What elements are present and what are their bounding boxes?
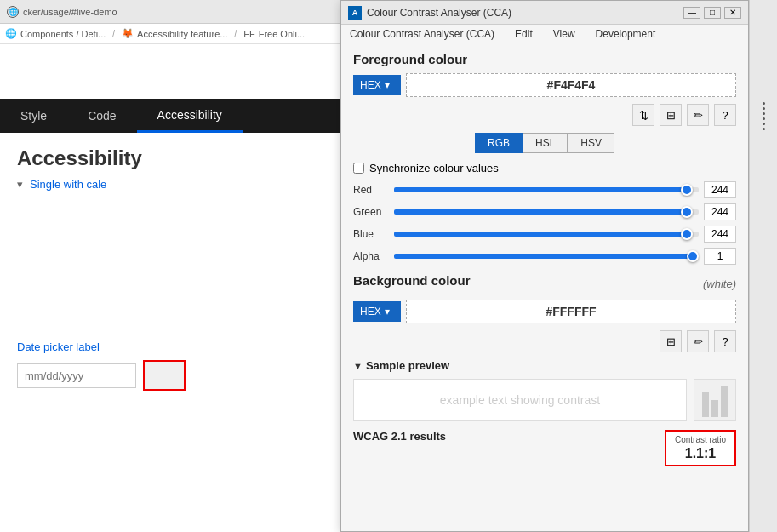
chevron-down-icon: ▾ [385, 79, 390, 91]
bg-hex-dropdown[interactable]: HEX ▾ [353, 301, 401, 322]
help-icon[interactable]: ? [714, 104, 736, 126]
tab-url: cker/usage/#live-demo [23, 7, 117, 17]
slider-green-label: Green [353, 206, 389, 218]
slider-blue-track[interactable] [394, 232, 699, 237]
tab-style-label: Style [20, 109, 47, 123]
breadcrumb-label-2: Accessibility feature... [137, 29, 227, 39]
breadcrumb-sep-2: / [234, 29, 237, 38]
bg-sliders-icon[interactable]: ⊞ [660, 330, 682, 352]
close-button[interactable]: ✕ [724, 7, 741, 19]
datepicker-calendar-box[interactable] [143, 360, 186, 391]
tab-accessibility[interactable]: Accessibility [137, 99, 243, 133]
webpage-background: 🌐 cker/usage/#live-demo 🌐 Components / D… [0, 0, 340, 532]
triangle-icon: ▼ [353, 361, 363, 371]
tab-accessibility-label: Accessibility [157, 108, 222, 122]
breadcrumb-item-2[interactable]: 🦊 Accessibility feature... [122, 28, 227, 39]
tab-code-label: Code [88, 109, 116, 123]
nav-tabs: Style Code Accessibility [0, 99, 340, 133]
slider-alpha-thumb[interactable] [687, 250, 699, 262]
breadcrumb-label-1: Components / Defi... [20, 29, 106, 39]
wcag-title: WCAG 2.1 results [353, 430, 446, 443]
bg-hex-input[interactable] [406, 300, 736, 323]
bg-color-input-row: HEX ▾ [353, 300, 736, 323]
fg-hex-input[interactable] [406, 73, 736, 97]
chevron-down-icon: ▾ [17, 178, 23, 191]
dropdown-value[interactable]: Single with cale [30, 178, 106, 191]
tab-hsl[interactable]: HSL [523, 133, 568, 153]
color-mode-tabs: RGB HSL HSV [353, 133, 736, 153]
minimize-button[interactable]: — [683, 7, 700, 19]
eyedropper-icon[interactable]: ✏ [687, 104, 709, 126]
swap-icon[interactable]: ⇅ [632, 104, 654, 126]
bg-white-label: (white) [703, 277, 736, 290]
sync-label: Synchronize colour values [369, 162, 499, 174]
slider-green-thumb[interactable] [681, 206, 693, 218]
bg-hex-label: HEX [360, 306, 381, 317]
datepicker-area: Date picker label [0, 323, 340, 408]
fg-hex-dropdown[interactable]: HEX ▾ [353, 75, 401, 95]
foreground-section-title: Foreground colour [353, 52, 736, 66]
dropdown-row: ▾ Single with cale [0, 170, 340, 197]
wcag-section: WCAG 2.1 results Contrast ratio 1.1:1 [353, 430, 736, 466]
breadcrumb-item-1[interactable]: 🌐 Components / Defi... [5, 28, 106, 39]
fg-icon-row: ⇅ ⊞ ✏ ? [353, 104, 736, 126]
bg-title-row: Background colour (white) [353, 273, 736, 295]
slider-red-thumb[interactable] [681, 184, 693, 196]
datepicker-label: Date picker label [17, 340, 323, 353]
firefox-icon: 🦊 [122, 28, 134, 39]
menu-cca[interactable]: Colour Contrast Analyser (CCA) [345, 26, 500, 42]
slider-red-label: Red [353, 184, 389, 196]
slider-green: Green [353, 203, 736, 220]
breadcrumb-sep: / [112, 29, 115, 38]
cca-logo-icon: A [348, 6, 362, 20]
menu-view[interactable]: View [548, 26, 580, 42]
sync-checkbox[interactable] [353, 163, 364, 174]
sample-title-label: Sample preview [366, 359, 449, 372]
sliders-icon[interactable]: ⊞ [660, 104, 682, 126]
sample-text-box: example text showing contrast [353, 379, 687, 421]
globe-icon: 🌐 [7, 6, 19, 18]
slider-blue-label: Blue [353, 228, 389, 240]
accessibility-title: Accessibility [17, 146, 142, 169]
slider-alpha-track[interactable] [394, 254, 699, 259]
cca-menubar: Colour Contrast Analyser (CCA) Edit View… [341, 25, 748, 43]
tab-code[interactable]: Code [67, 99, 136, 133]
tab-style[interactable]: Style [0, 99, 67, 133]
slider-red: Red [353, 181, 736, 198]
bg-section-title: Background colour [353, 273, 471, 288]
sample-section-title: ▼ Sample preview [353, 359, 736, 372]
slider-alpha-label: Alpha [353, 250, 389, 262]
window-controls: — □ ✕ [683, 7, 741, 19]
maximize-button[interactable]: □ [704, 7, 721, 19]
bg-help-icon[interactable]: ? [714, 330, 736, 352]
slider-blue-thumb[interactable] [681, 228, 693, 240]
bg-section: Background colour (white) HEX ▾ ⊞ ✏ ? [353, 273, 736, 352]
datepicker-input-row [17, 360, 323, 391]
slider-blue-value[interactable] [704, 226, 736, 243]
slider-green-track[interactable] [394, 209, 699, 215]
menu-development[interactable]: Development [591, 26, 661, 42]
tab-hsv[interactable]: HSV [568, 133, 614, 153]
tab-rgb[interactable]: RGB [475, 133, 523, 153]
breadcrumb-item-3[interactable]: FF Free Onli... [243, 29, 305, 39]
cca-window: A Colour Contrast Analyser (CCA) — □ ✕ C… [340, 0, 749, 532]
cca-window-title: Colour Contrast Analyser (CCA) [367, 7, 511, 19]
slider-green-value[interactable] [704, 203, 736, 220]
slider-red-value[interactable] [704, 181, 736, 198]
slider-alpha-value[interactable] [704, 248, 736, 265]
sample-text: example text showing contrast [440, 393, 600, 407]
sample-chart-box [694, 379, 736, 421]
chart-bar-2 [711, 400, 718, 417]
cca-titlebar-left: A Colour Contrast Analyser (CCA) [348, 6, 511, 20]
breadcrumb-label-3: Free Onli... [259, 29, 305, 39]
menu-edit[interactable]: Edit [510, 26, 538, 42]
right-edge [749, 0, 777, 532]
slider-red-track[interactable] [394, 187, 699, 192]
slider-blue: Blue [353, 226, 736, 243]
dot-1 [763, 102, 765, 105]
sample-section: ▼ Sample preview example text showing co… [353, 359, 736, 421]
slider-alpha: Alpha [353, 248, 736, 265]
datepicker-input[interactable] [17, 363, 136, 388]
contrast-ratio-label: Contrast ratio [675, 435, 726, 444]
bg-eyedropper-icon[interactable]: ✏ [687, 330, 709, 352]
